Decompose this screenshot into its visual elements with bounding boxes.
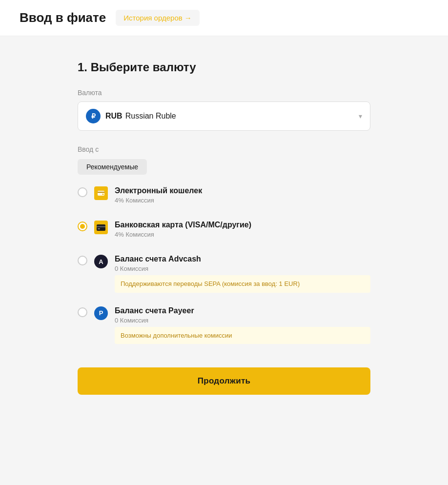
- svg-rect-5: [98, 228, 100, 229]
- continue-button[interactable]: Продолжить: [78, 367, 370, 395]
- payment-options-list: Электронный кошелек 4% Комиссия Банковск…: [78, 186, 370, 344]
- currency-dropdown[interactable]: ₽ RUBRussian Ruble ▾: [78, 101, 370, 131]
- input-via-label: Ввод с: [78, 145, 370, 153]
- svg-rect-0: [98, 191, 104, 196]
- currency-select-left: ₽ RUBRussian Ruble: [86, 109, 176, 123]
- currency-name: Russian Ruble: [125, 112, 176, 120]
- advcash-icon: A: [94, 255, 108, 268]
- radio-card-inner: [80, 224, 85, 229]
- currency-icon: ₽: [86, 109, 101, 123]
- ewallet-icon: [94, 186, 108, 200]
- main-content: 1. Выберите валюту Валюта ₽ RUBRussian R…: [68, 36, 380, 414]
- payment-option-advcash[interactable]: A Баланс счета Advcash 0 Комиссия Поддер…: [78, 255, 370, 293]
- currency-code: RUB: [105, 112, 122, 120]
- advcash-details: Баланс счета Advcash 0 Комиссия Поддержи…: [115, 255, 370, 293]
- card-details: Банковская карта (VISA/MC/другие) 4% Ком…: [115, 221, 370, 241]
- payeer-name: Баланс счета Payeer: [115, 306, 370, 315]
- payeer-details: Баланс счета Payeer 0 Комиссия Возможны …: [115, 306, 370, 344]
- card-commission: 4% Комиссия: [115, 231, 370, 238]
- payeer-commission: 0 Комиссия: [115, 317, 370, 324]
- page-title: Ввод в фиате: [20, 10, 106, 25]
- advcash-name: Баланс счета Advcash: [115, 255, 370, 263]
- ewallet-name: Электронный кошелек: [115, 186, 370, 195]
- svg-rect-1: [98, 192, 104, 193]
- svg-point-2: [102, 194, 104, 195]
- payment-option-card[interactable]: Банковская карта (VISA/MC/другие) 4% Ком…: [78, 221, 370, 241]
- payment-option-ewallet[interactable]: Электронный кошелек 4% Комиссия: [78, 186, 370, 207]
- payeer-icon: P: [94, 306, 108, 320]
- advcash-note: Поддерживаются переводы SEPA (комиссия з…: [115, 275, 370, 293]
- radio-ewallet[interactable]: [78, 187, 87, 197]
- ewallet-details: Электронный кошелек 4% Комиссия: [115, 186, 370, 207]
- filter-tabs: Рекомендуемые: [78, 159, 370, 175]
- radio-advcash[interactable]: [78, 256, 87, 265]
- currency-text: RUBRussian Ruble: [105, 112, 176, 121]
- advcash-commission: 0 Комиссия: [115, 265, 370, 272]
- section-title: 1. Выберите валюту: [78, 61, 370, 74]
- currency-field-label: Валюта: [78, 89, 370, 97]
- payment-option-payeer[interactable]: P Баланс счета Payeer 0 Комиссия Возможн…: [78, 306, 370, 344]
- card-name: Банковская карта (VISA/MC/другие): [115, 221, 370, 229]
- svg-rect-3: [97, 224, 105, 231]
- svg-rect-4: [97, 226, 105, 227]
- filter-tab-recommended[interactable]: Рекомендуемые: [78, 159, 147, 175]
- order-history-link[interactable]: История ордеров →: [116, 10, 200, 26]
- ewallet-commission: 4% Комиссия: [115, 197, 370, 204]
- radio-payeer[interactable]: [78, 307, 87, 317]
- card-icon: [94, 221, 108, 234]
- chevron-down-icon: ▾: [359, 112, 362, 120]
- radio-card[interactable]: [78, 222, 87, 231]
- header: Ввод в фиате История ордеров →: [0, 0, 448, 36]
- payeer-note: Возможны дополнительные комиссии: [115, 327, 370, 344]
